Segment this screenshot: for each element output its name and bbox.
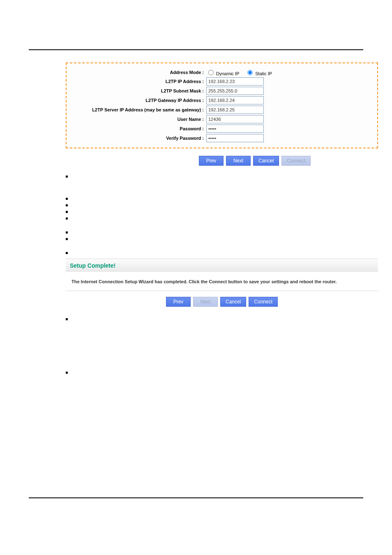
row-l2tp-server: L2TP Server IP Address (may be same as g… [71,106,373,114]
bullet-item [66,216,363,220]
bullet-item [66,250,363,254]
row-l2tp-ip: L2TP IP Address : [71,77,373,86]
bullet-item [66,196,363,200]
wizard-buttons-1: Prev Next Cancel Connect [66,156,378,166]
l2tp-ip-value-cell [206,77,373,86]
form-panel-wrap: Address Mode : Dynamic IP Static IP L2TP… [66,62,363,166]
bullet-item [66,317,363,321]
username-label: User Name : [71,117,206,122]
l2tp-form-panel: Address Mode : Dynamic IP Static IP L2TP… [66,62,378,148]
radio-dynamic-ip-text: Dynamic IP [216,71,239,76]
cancel-button-2[interactable]: Cancel [220,297,246,307]
row-address-mode: Address Mode : Dynamic IP Static IP [71,69,373,76]
password-value-cell [206,125,373,133]
row-password: Password : [71,125,373,133]
username-value-cell [206,115,373,123]
top-rule [29,49,363,50]
prev-button-2[interactable]: Prev [166,297,191,307]
row-l2tp-gateway: L2TP Gateway IP Address : [71,96,373,104]
complete-panel-wrap: Setup Complete! The Internet Connection … [66,259,363,307]
l2tp-subnet-label: L2TP Subnet Mask : [71,88,206,93]
cancel-button[interactable]: Cancel [253,156,279,166]
connect-button-disabled: Connect [281,156,311,166]
l2tp-gateway-value-cell [206,96,373,104]
radio-static-ip-text: Static IP [255,71,272,76]
radio-dynamic-ip[interactable]: Dynamic IP [206,71,240,76]
row-username: User Name : [71,115,373,123]
username-input[interactable] [206,115,264,123]
radio-static-ip-input[interactable] [247,70,253,75]
bullet-list-1 [66,174,363,254]
password-label: Password : [71,126,206,131]
connect-button-2[interactable]: Connect [249,297,278,307]
password-input[interactable] [206,125,264,133]
l2tp-subnet-input[interactable] [206,87,264,95]
document-page: Address Mode : Dynamic IP Static IP L2TP… [0,0,392,523]
l2tp-subnet-value-cell [206,87,373,95]
l2tp-gateway-input[interactable] [206,96,264,104]
verify-password-value-cell [206,134,373,142]
radio-static-ip[interactable]: Static IP [245,71,272,76]
l2tp-ip-input[interactable] [206,77,264,86]
address-mode-label: Address Mode : [71,70,206,75]
bullet-item [66,203,363,207]
next-button[interactable]: Next [226,156,251,166]
spacer [29,325,363,362]
verify-password-label: Verify Password : [71,136,206,141]
verify-password-input[interactable] [206,134,264,142]
radio-dynamic-ip-input[interactable] [208,70,214,75]
l2tp-server-label: L2TP Server IP Address (may be same as g… [71,107,206,112]
next-button-2-disabled: Next [193,297,218,307]
l2tp-server-value-cell [206,106,373,114]
bullet-item [66,370,363,374]
setup-complete-body: The Internet Connection Setup Wizard has… [66,271,378,291]
setup-complete-title: Setup Complete! [66,259,378,271]
l2tp-server-input[interactable] [206,106,264,114]
bullet-item [66,236,363,240]
bullet-list-2 [66,317,363,321]
prev-button[interactable]: Prev [199,156,224,166]
l2tp-ip-label: L2TP IP Address : [71,79,206,84]
bullet-item [66,230,363,234]
row-l2tp-subnet: L2TP Subnet Mask : [71,87,373,95]
setup-complete-panel: Setup Complete! The Internet Connection … [66,259,378,291]
bullet-item [66,209,363,213]
address-mode-value: Dynamic IP Static IP [206,69,373,76]
bullet-list-3 [66,370,363,374]
bottom-rule [29,497,363,498]
wizard-buttons-2: Prev Next Cancel Connect [66,297,378,307]
row-verify-password: Verify Password : [71,134,373,142]
l2tp-gateway-label: L2TP Gateway IP Address : [71,98,206,103]
bullet-item [66,174,363,178]
